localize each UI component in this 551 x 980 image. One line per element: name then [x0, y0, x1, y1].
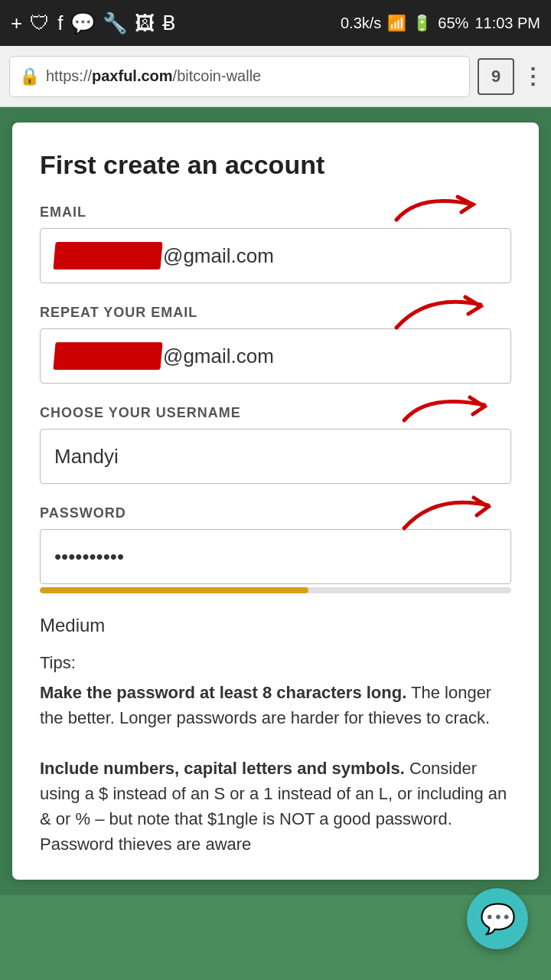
status-left: + 🛡 f 💬 🔧 🖼 Ƀ: [11, 11, 176, 35]
signal-icon: 📶: [387, 14, 406, 32]
time-display: 11:03 PM: [474, 15, 540, 32]
url-path: /bitcoin-walle: [173, 67, 262, 84]
strength-label: Medium: [40, 615, 511, 636]
url-bar[interactable]: 🔒 https://paxful.com/bitcoin-walle: [9, 56, 470, 97]
email-suffix: @gmail.com: [163, 244, 274, 268]
password-input[interactable]: [40, 529, 511, 584]
lock-icon: 🔒: [19, 67, 40, 87]
tips-title: Tips:: [40, 650, 511, 675]
username-label: CHOOSE YOUR USERNAME: [40, 405, 511, 421]
facebook-icon: f: [57, 11, 63, 35]
password-strength-fill: [40, 587, 308, 593]
repeat-email-field-group: REPEAT YOUR EMAIL @gmail.com: [40, 305, 511, 384]
status-bar: + 🛡 f 💬 🔧 🖼 Ƀ 0.3k/s 📶 🔋 65% 11:03 PM: [0, 0, 551, 46]
registration-card: First create an account EMAIL @gmail.com…: [12, 122, 539, 880]
email-redacted: [53, 242, 162, 270]
page-content: First create an account EMAIL @gmail.com…: [0, 107, 551, 895]
whatsapp-icon: 💬: [70, 11, 95, 35]
repeat-email-suffix: @gmail.com: [163, 345, 274, 368]
tip1: Make the password at least 8 characters …: [40, 680, 511, 730]
speed-indicator: 0.3k/s: [341, 15, 381, 32]
repeat-email-label: REPEAT YOUR EMAIL: [40, 305, 511, 321]
url-domain: paxful.com: [92, 67, 173, 84]
username-field-group: CHOOSE YOUR USERNAME: [40, 405, 511, 484]
tip1-bold: Make the password at least 8 characters …: [40, 683, 406, 702]
repeat-email-input[interactable]: @gmail.com: [40, 328, 511, 384]
status-right: 0.3k/s 📶 🔋 65% 11:03 PM: [341, 14, 540, 32]
settings-icon: 🔧: [103, 11, 127, 35]
chat-icon: 💬: [480, 902, 516, 936]
url-prefix: https://: [46, 67, 92, 84]
shield-icon: 🛡: [30, 11, 50, 35]
browser-menu-button[interactable]: ⋮: [522, 64, 542, 89]
add-icon: +: [11, 11, 22, 35]
form-title: First create an account: [40, 150, 511, 180]
bitcoin-icon: Ƀ: [162, 11, 176, 35]
email-input[interactable]: @gmail.com: [40, 228, 511, 283]
battery-percent: 65%: [438, 15, 468, 32]
battery-icon: 🔋: [412, 14, 432, 32]
username-input[interactable]: [40, 429, 511, 484]
browser-bar: 🔒 https://paxful.com/bitcoin-walle 9 ⋮: [0, 46, 551, 107]
image-icon: 🖼: [135, 11, 155, 35]
password-label: PASSWORD: [40, 505, 511, 521]
repeat-email-redacted: [53, 342, 162, 370]
email-label: EMAIL: [40, 204, 511, 220]
tip2-bold: Include numbers, capital letters and sym…: [40, 759, 405, 778]
email-field-group: EMAIL @gmail.com: [40, 204, 511, 283]
tips-section: Tips: Make the password at least 8 chara…: [40, 650, 511, 857]
chat-support-button[interactable]: 💬: [467, 888, 528, 949]
password-field-group: PASSWORD: [40, 505, 511, 593]
tab-count[interactable]: 9: [478, 58, 514, 95]
tip2: Include numbers, capital letters and sym…: [40, 756, 511, 857]
url-text: https://paxful.com/bitcoin-walle: [46, 67, 261, 85]
password-strength-bar: [40, 587, 511, 593]
